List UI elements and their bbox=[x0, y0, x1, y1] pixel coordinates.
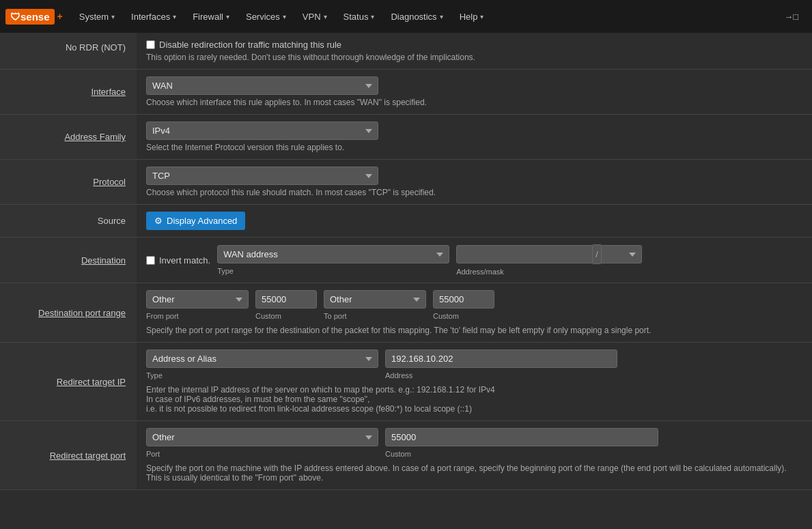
redirect-type-group: Address or Alias Single host or alias Ty… bbox=[146, 349, 378, 380]
redirect-target-ip-help: Enter the internal IP address of the ser… bbox=[146, 385, 802, 414]
nav-help[interactable]: Help ▾ bbox=[451, 0, 492, 33]
destination-link[interactable]: Destination bbox=[81, 255, 126, 266]
source-label: Source bbox=[0, 205, 137, 238]
mask-select[interactable]: 8162432 bbox=[601, 245, 642, 263]
no-rdr-row: No RDR (NOT) Disable redirection for tra… bbox=[0, 33, 812, 70]
logout-icon: →□ bbox=[784, 12, 798, 22]
logo-text: 🛡sense bbox=[10, 11, 50, 23]
destination-port-range-help: Specify the port or port range for the d… bbox=[146, 326, 802, 335]
redirect-target-port-label: Redirect target port bbox=[0, 421, 137, 490]
destination-row: Destination Invert match. WAN address WA… bbox=[0, 238, 812, 283]
to-port-label: To port bbox=[324, 312, 426, 320]
address-family-label: Address Family bbox=[0, 115, 137, 160]
gear-icon: ⚙ bbox=[154, 216, 163, 226]
chevron-down-icon: ▾ bbox=[480, 13, 484, 20]
destination-port-range-content: Other any HTTP HTTPS FTP SSH From port C… bbox=[137, 283, 812, 343]
from-port-custom-input[interactable] bbox=[255, 290, 317, 309]
invert-match-label[interactable]: Invert match. bbox=[146, 255, 210, 266]
protocol-content: TCP UDP TCP/UDP ICMP Choose which protoc… bbox=[137, 160, 812, 205]
to-port-custom-input[interactable] bbox=[433, 290, 494, 309]
redirect-target-port-fields: Other any HTTP HTTPS FTP SSH Port Custom bbox=[146, 428, 802, 458]
chevron-down-icon: ▾ bbox=[440, 13, 443, 20]
logout-button[interactable]: →□ bbox=[776, 0, 807, 33]
interface-help: Choose which interface this rule applies… bbox=[146, 98, 802, 107]
no-rdr-checkbox[interactable] bbox=[146, 40, 155, 49]
interface-label: Interface bbox=[0, 70, 137, 115]
nav-system[interactable]: System ▾ bbox=[71, 0, 123, 33]
redirect-target-port-link[interactable]: Redirect target port bbox=[50, 451, 126, 461]
interface-select[interactable]: WAN LAN OPT1 bbox=[146, 76, 378, 95]
from-port-label: From port bbox=[146, 312, 249, 320]
chevron-down-icon: ▾ bbox=[173, 13, 176, 20]
redirect-target-port-row: Redirect target port Other any HTTP HTTP… bbox=[0, 421, 812, 490]
redirect-address-input[interactable] bbox=[385, 349, 617, 368]
destination-content: Invert match. WAN address WAN net any Si… bbox=[137, 238, 812, 283]
navbar: 🛡sense + System ▾ Interfaces ▾ Firewall … bbox=[0, 0, 812, 33]
port-range-fields: Other any HTTP HTTPS FTP SSH From port C… bbox=[146, 290, 802, 320]
redirect-port-custom-label: Custom bbox=[385, 450, 658, 458]
logo: 🛡sense bbox=[5, 9, 55, 25]
nav-interfaces[interactable]: Interfaces ▾ bbox=[123, 0, 184, 33]
destination-port-range-link[interactable]: Destination port range bbox=[38, 308, 126, 318]
invert-match-checkbox[interactable] bbox=[146, 256, 155, 265]
to-port-custom-group: Custom bbox=[433, 290, 494, 320]
interface-row: Interface WAN LAN OPT1 Choose which inte… bbox=[0, 70, 812, 115]
no-rdr-check-label[interactable]: Disable redirection for traffic matching… bbox=[146, 40, 802, 50]
redirect-target-ip-label: Redirect target IP bbox=[0, 343, 137, 421]
protocol-label: Protocol bbox=[0, 160, 137, 205]
addr-mask-group: / 8162432 bbox=[456, 244, 642, 264]
protocol-link[interactable]: Protocol bbox=[93, 177, 126, 187]
protocol-row: Protocol TCP UDP TCP/UDP ICMP Choose whi… bbox=[0, 160, 812, 205]
source-row: Source ⚙ Display Advanced bbox=[0, 205, 812, 238]
redirect-port-select[interactable]: Other any HTTP HTTPS FTP SSH bbox=[146, 428, 378, 446]
destination-type-group: WAN address WAN net any Single host or a… bbox=[217, 245, 449, 275]
to-port-select[interactable]: Other any HTTP HTTPS FTP SSH bbox=[324, 290, 426, 309]
redirect-port-select-group: Other any HTTP HTTPS FTP SSH Port bbox=[146, 428, 378, 458]
chevron-down-icon: ▾ bbox=[324, 13, 327, 20]
no-rdr-content: Disable redirection for traffic matching… bbox=[137, 33, 812, 70]
redirect-port-custom-input[interactable] bbox=[385, 428, 658, 446]
redirect-target-ip-content: Address or Alias Single host or alias Ty… bbox=[137, 343, 812, 421]
address-family-help: Select the Internet Protocol version thi… bbox=[146, 143, 802, 152]
protocol-help: Choose which protocol this rule should m… bbox=[146, 188, 802, 197]
chevron-down-icon: ▾ bbox=[226, 13, 229, 20]
from-port-custom-label: Custom bbox=[255, 312, 317, 320]
nav-status[interactable]: Status ▾ bbox=[335, 0, 383, 33]
redirect-target-port-help: Specify the port on the machine with the… bbox=[146, 463, 802, 483]
nav-vpn[interactable]: VPN ▾ bbox=[294, 0, 335, 33]
destination-label: Destination bbox=[0, 238, 137, 283]
display-advanced-button[interactable]: ⚙ Display Advanced bbox=[146, 212, 245, 230]
destination-address-input[interactable] bbox=[456, 245, 593, 263]
redirect-port-custom-group: Custom bbox=[385, 428, 658, 458]
address-family-content: IPv4 IPv6 IPv4+IPv6 Select the Internet … bbox=[137, 115, 812, 160]
mask-divider-icon: / bbox=[593, 244, 601, 264]
protocol-select[interactable]: TCP UDP TCP/UDP ICMP bbox=[146, 167, 378, 185]
main-content: No RDR (NOT) Disable redirection for tra… bbox=[0, 33, 812, 490]
chevron-down-icon: ▾ bbox=[111, 13, 115, 20]
no-rdr-help: This option is rarely needed. Don't use … bbox=[146, 53, 802, 62]
nav-diagnostics[interactable]: Diagnostics ▾ bbox=[382, 0, 451, 33]
interface-content: WAN LAN OPT1 Choose which interface this… bbox=[137, 70, 812, 115]
redirect-address-group: Address bbox=[385, 349, 617, 380]
address-family-link[interactable]: Address Family bbox=[64, 132, 126, 142]
destination-type-select[interactable]: WAN address WAN net any Single host or a… bbox=[217, 245, 449, 263]
nav-firewall[interactable]: Firewall ▾ bbox=[184, 0, 238, 33]
redirect-target-ip-link[interactable]: Redirect target IP bbox=[57, 377, 126, 387]
brand: 🛡sense + bbox=[5, 9, 63, 25]
destination-address-group: / 8162432 Address/mask bbox=[456, 244, 642, 276]
redirect-target-ip-row: Redirect target IP Address or Alias Sing… bbox=[0, 343, 812, 421]
address-family-select[interactable]: IPv4 IPv6 IPv4+IPv6 bbox=[146, 121, 378, 140]
redirect-port-label: Port bbox=[146, 450, 378, 458]
form-table: No RDR (NOT) Disable redirection for tra… bbox=[0, 33, 812, 490]
nav-services[interactable]: Services ▾ bbox=[238, 0, 294, 33]
chevron-down-icon: ▾ bbox=[371, 13, 374, 20]
redirect-target-port-content: Other any HTTP HTTPS FTP SSH Port Custom bbox=[137, 421, 812, 490]
redirect-type-select[interactable]: Address or Alias Single host or alias bbox=[146, 349, 378, 368]
from-port-group: Other any HTTP HTTPS FTP SSH From port bbox=[146, 290, 249, 320]
plus-label: + bbox=[57, 11, 63, 22]
chevron-down-icon: ▾ bbox=[283, 13, 286, 20]
no-rdr-label: No RDR (NOT) bbox=[0, 33, 137, 70]
from-port-custom-group: Custom bbox=[255, 290, 317, 320]
interface-link[interactable]: Interface bbox=[91, 87, 126, 97]
from-port-select[interactable]: Other any HTTP HTTPS FTP SSH bbox=[146, 290, 249, 309]
